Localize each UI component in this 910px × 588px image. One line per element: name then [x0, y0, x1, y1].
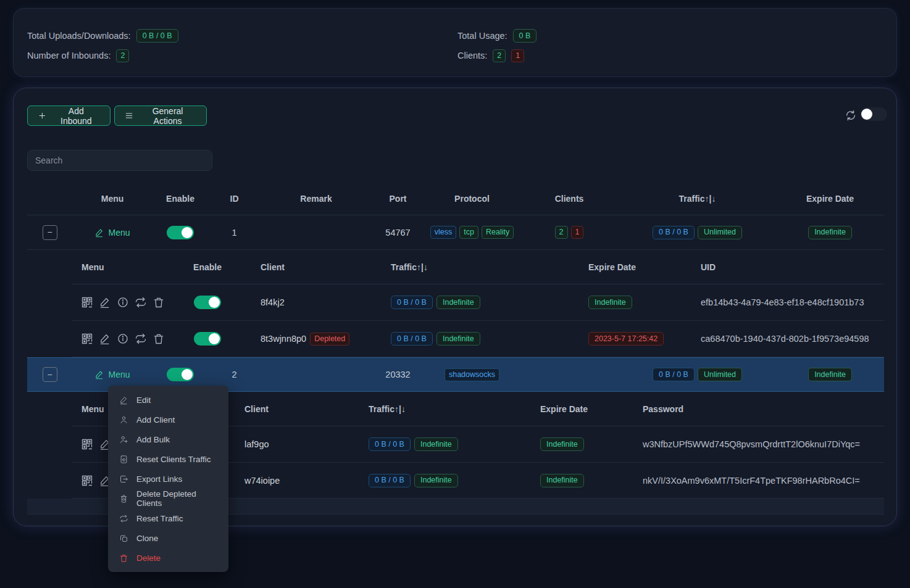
client-uid: ca68470b-1940-437d-802b-1f9573e94598: [674, 334, 884, 344]
enable-toggle[interactable]: [167, 368, 194, 381]
client-row: 8f4kj2 0 B / 0 B Indefinite Indefinite e…: [72, 284, 884, 321]
dark-mode-toggle[interactable]: [860, 107, 887, 121]
header-id: ID: [208, 194, 261, 204]
menu-item-reset-clients-traffic[interactable]: Reset Clients Traffic: [108, 449, 228, 469]
delete-icon[interactable]: [152, 296, 165, 308]
reset-clients-traffic-icon: [119, 455, 128, 464]
qr-icon[interactable]: [81, 474, 93, 487]
header-traffic[interactable]: Traffic↑|↓: [365, 404, 532, 414]
clients-active-badge: 2: [493, 49, 506, 62]
inbounds-page: Total Uploads/Downloads: 0 B / 0 B Numbe…: [0, 0, 910, 588]
protocol-tags: vless tcp Reality: [424, 226, 520, 239]
stat-label: Total Usage:: [457, 31, 507, 41]
general-actions-label: General Actions: [139, 106, 196, 126]
enable-toggle[interactable]: [194, 296, 221, 309]
delete-icon[interactable]: [152, 333, 165, 345]
header-password: Password: [643, 404, 884, 414]
menu-item-add-bulk[interactable]: Add Bulk: [108, 429, 228, 449]
header-uid: UID: [674, 262, 884, 272]
traffic-cell: 0 B / 0 B Unlimited: [619, 368, 776, 381]
clients-active-badge: 2: [555, 226, 568, 239]
traffic-limit-badge: Indefinite: [414, 437, 458, 451]
expire-badge: Indefinite: [540, 437, 584, 451]
header-traffic[interactable]: Traffic↑|↓: [365, 262, 532, 272]
refresh-icon[interactable]: [845, 109, 857, 122]
stat-value-badge: 2: [116, 49, 129, 62]
header-client: Client: [232, 404, 365, 414]
inbound-port: 20332: [372, 370, 424, 379]
header-traffic[interactable]: Traffic↑|↓: [619, 194, 776, 204]
protocol-tags: shadowsocks: [424, 368, 520, 381]
expire-badge: Indefinite: [808, 368, 852, 381]
qr-icon[interactable]: [81, 333, 93, 345]
header-port: Port: [372, 194, 424, 204]
inbound-id: 1: [208, 228, 261, 238]
inbounds-table-header: Menu Enable ID Remark Port Protocol Clie…: [27, 182, 884, 215]
toggle-knob: [861, 109, 872, 120]
client-password: w3NfbzUPf5WWd745Q8pvsmQrdrttT2lO6knuI7Di…: [643, 439, 884, 449]
menu-item-add-client[interactable]: Add Client: [108, 410, 228, 429]
inbound-row-1: − Menu 1 54767 vless tcp Reality 2 1: [27, 215, 884, 250]
traffic-badge: 0 B / 0 B: [653, 226, 695, 239]
edit-icon[interactable]: [99, 333, 111, 345]
header-remark: Remark: [261, 194, 372, 204]
edit-icon: [119, 395, 128, 405]
enable-toggle[interactable]: [167, 226, 194, 239]
collapse-row-button[interactable]: −: [43, 367, 57, 382]
menu-item-edit[interactable]: Edit: [108, 390, 228, 410]
edit-icon[interactable]: [99, 296, 111, 308]
clone-icon: [119, 534, 128, 543]
traffic-badge: 0 B / 0 B: [369, 437, 411, 451]
enable-toggle[interactable]: [194, 332, 221, 346]
row-menu-button[interactable]: Menu: [72, 228, 152, 238]
client-name: laf9go: [244, 439, 269, 449]
reset-icon[interactable]: [135, 296, 147, 308]
traffic-cell: 0 B / 0 B Indefinite: [365, 474, 532, 487]
client-password: nkV/I/3XoAm9v6xMT/T5IcrF4TpeTKF98rHARbRo…: [643, 476, 884, 486]
traffic-badge: 0 B / 0 B: [391, 332, 433, 346]
qr-icon[interactable]: [81, 296, 93, 308]
inbound-id: 2: [208, 370, 261, 379]
info-icon[interactable]: [117, 333, 129, 345]
client-name: w74ioipe: [244, 476, 280, 486]
client-actions: [72, 333, 183, 345]
info-icon[interactable]: [117, 296, 129, 308]
expire-badge: 2023-5-7 17:25:42: [588, 332, 664, 346]
menu-item-export-links[interactable]: Export Links: [108, 469, 228, 489]
qr-icon[interactable]: [81, 438, 93, 450]
stat-label: Number of Inbounds:: [27, 51, 111, 60]
menu-item-delete-depleted-clients[interactable]: Delete Depleted Clients: [108, 489, 228, 508]
edit-icon: [94, 370, 104, 379]
menu-item-clone[interactable]: Clone: [108, 528, 228, 548]
row-menu-label: Menu: [108, 228, 130, 238]
collapse-row-button[interactable]: −: [43, 225, 57, 240]
menu-item-delete[interactable]: Delete: [108, 548, 228, 568]
reset-traffic-icon: [119, 514, 128, 523]
add-inbound-button[interactable]: Add Inbound: [27, 106, 111, 126]
clients-counts: 2 1: [520, 226, 619, 239]
add-bulk-icon: [119, 435, 128, 444]
client-table-1: Menu Enable Client Traffic↑|↓ Expire Dat…: [72, 250, 884, 357]
header-expire-date: Expire Date: [532, 262, 674, 272]
expire-badge: Indefinite: [540, 474, 584, 487]
stats-card: Total Uploads/Downloads: 0 B / 0 B Numbe…: [13, 8, 897, 77]
traffic-cell: 0 B / 0 B Unlimited: [619, 226, 776, 239]
add-inbound-label: Add Inbound: [52, 106, 100, 126]
traffic-badge: 0 B / 0 B: [391, 296, 433, 309]
header-protocol: Protocol: [424, 194, 520, 204]
header-clients: Clients: [520, 194, 619, 204]
row-menu-button[interactable]: Menu: [72, 370, 152, 379]
inbound-port: 54767: [372, 228, 424, 238]
reset-icon[interactable]: [135, 333, 147, 345]
protocol-tag: shadowsocks: [445, 368, 499, 381]
stat-value-badge: 0 B: [513, 29, 537, 43]
delete-icon: [119, 553, 128, 563]
search-input[interactable]: [27, 150, 212, 171]
header-client: Client: [232, 262, 365, 272]
traffic-cell: 0 B / 0 B Indefinite: [365, 296, 532, 309]
delete-depleted-clients-icon: [119, 494, 128, 503]
header-enable: Enable: [183, 262, 232, 272]
stat-value-badge: 0 B / 0 B: [136, 29, 178, 43]
menu-item-reset-traffic[interactable]: Reset Traffic: [108, 508, 228, 528]
general-actions-button[interactable]: General Actions: [114, 106, 207, 126]
